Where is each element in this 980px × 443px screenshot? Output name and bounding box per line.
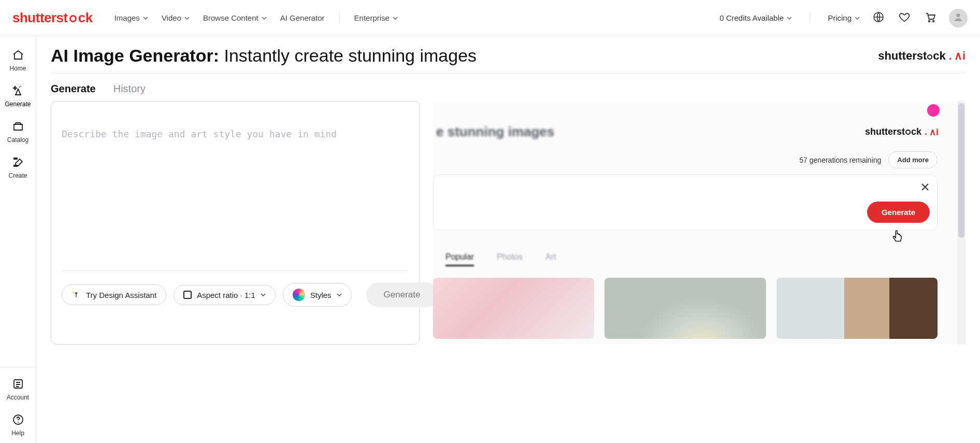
demo-scrollbar[interactable] [957,101,965,345]
nav-images[interactable]: Images [109,9,153,26]
panel-divider [62,270,409,271]
nav-browse-label: Browse Content [203,13,258,22]
aspect-ratio-select[interactable]: Aspect ratio · 1:1 [174,285,276,305]
sidebar-item-label: Home [9,65,26,72]
nav-divider [339,12,340,24]
nav-ai-label: AI Generator [280,13,325,22]
demo-generate-button[interactable]: Generate [867,202,930,223]
demo-thumbnail[interactable] [776,278,938,339]
demo-add-more-button[interactable]: Add more [888,151,938,168]
tab-history[interactable]: History [113,83,146,95]
nav-browse-content[interactable]: Browse Content [198,9,272,26]
credits-label: 0 Credits Available [719,13,784,22]
pricing-label: Pricing [828,13,852,22]
demo-brand-ai-ai: ∧i [929,126,939,138]
left-sidebar: Home Generate Catalog Create Acc [0,36,36,443]
svg-point-2 [933,20,934,22]
account-list-icon [12,378,24,392]
sidebar-item-catalog[interactable]: Catalog [0,115,36,150]
demo-controls: 57 generations remaining Add more [433,143,950,168]
cart-icon [924,11,936,25]
prompt-panel: Try Design Assistant Aspect ratio · 1:1 … [51,101,420,345]
credits-dropdown[interactable]: 0 Credits Available [719,13,792,22]
ai-sparkle-icon [12,84,24,98]
brand-ai-ai: ∧i [954,49,965,63]
demo-header: e stunning images shutterstck . ∧i [433,120,950,143]
sidebar-item-label: Account [7,394,29,401]
demo-thumbnail[interactable] [433,278,594,339]
page-title-strong: AI Image Generator: [51,46,219,65]
chevron-down-icon [261,293,266,296]
home-icon [12,49,24,63]
language-button[interactable] [871,11,886,25]
brand-logo-circle-icon [69,15,77,22]
demo-remaining-label: 57 generations remaining [799,156,881,164]
sidebar-item-label: Create [8,172,27,179]
demo-scrollbar-thumb[interactable] [958,103,964,238]
brand-ai-circle-icon [905,130,911,135]
cart-button[interactable] [923,11,938,25]
sidebar-item-generate[interactable]: Generate [0,79,36,114]
brand-ai-text: shutterstck [878,49,946,63]
design-assistant-button[interactable]: Try Design Assistant [62,284,166,305]
brand-logo[interactable]: shutterstck [12,10,93,26]
aspect-ratio-label: Aspect ratio · 1:1 [197,291,255,299]
svg-point-3 [957,13,960,17]
sidebar-item-home[interactable]: Home [0,44,36,78]
palette-icon [293,289,305,301]
chevron-down-icon [337,293,342,296]
demo-thumbnail[interactable] [604,278,766,339]
sidebar-item-label: Catalog [7,136,28,144]
demo-prompt-box: Generate [433,175,938,231]
demo-content: e stunning images shutterstck . ∧i 57 ge… [433,101,950,345]
page-title: AI Image Generator: Instantly create stu… [51,46,477,66]
styles-select[interactable]: Styles [283,283,352,307]
demo-tab-photos[interactable]: Photos [497,252,523,266]
header-divider [810,12,810,24]
nav-video-label: Video [162,13,181,22]
top-header: shutterstck Images Video Browse Content … [0,0,980,36]
user-icon [953,12,963,24]
chevron-down-icon [184,17,190,20]
sidebar-item-help[interactable]: Help [0,408,36,443]
nav-images-label: Images [114,13,140,22]
chevron-down-icon [262,17,267,20]
demo-thumbnails [433,266,950,339]
brand-ai-dot: . [949,49,952,63]
tab-generate[interactable]: Generate [51,83,96,95]
demo-tabs: Popular Photos Art [433,231,950,266]
generate-button[interactable]: Generate [366,282,438,307]
demo-preview: e stunning images shutterstck . ∧i 57 ge… [433,101,965,345]
demo-brand-ai-dot: . [925,126,927,137]
demo-brand-ai-text: shutterstck [865,126,921,137]
prompt-controls: Try Design Assistant Aspect ratio · 1:1 … [62,282,409,307]
create-icon [12,156,24,170]
sidebar-item-label: Generate [5,101,31,108]
favorites-button[interactable] [897,11,912,25]
chevron-down-icon [787,17,792,20]
chevron-down-icon [393,17,398,20]
pricing-dropdown[interactable]: Pricing [828,13,860,22]
sidebar-separator [0,367,36,367]
brand-logo-text-tail: ck [78,10,93,26]
sidebar-item-account[interactable]: Account [0,373,36,407]
nav-video[interactable]: Video [156,9,195,26]
sparkle-cursor-icon [71,290,81,299]
close-icon[interactable] [920,182,930,192]
brand-ai-circle-icon [927,54,932,60]
sidebar-item-create[interactable]: Create [0,151,36,185]
page-tabs: Generate History [51,74,965,101]
prompt-input[interactable] [62,112,409,267]
demo-topbar [433,101,950,120]
nav-enterprise[interactable]: Enterprise [349,9,403,26]
svg-point-1 [929,20,930,22]
demo-tab-art[interactable]: Art [545,252,556,266]
sidebar-item-label: Help [11,430,24,437]
account-avatar[interactable] [949,9,968,27]
page-title-row: AI Image Generator: Instantly create stu… [51,46,965,74]
globe-icon [872,11,885,25]
styles-label: Styles [310,291,332,299]
nav-ai-generator[interactable]: AI Generator [275,9,330,26]
demo-tab-popular[interactable]: Popular [445,252,474,266]
header-right: 0 Credits Available Pricing [719,9,968,27]
